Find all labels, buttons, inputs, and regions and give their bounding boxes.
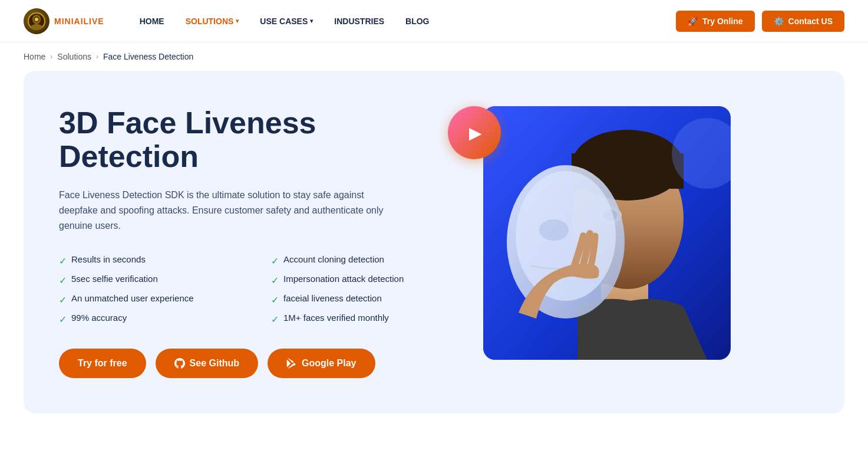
list-item: ✓ Account cloning detection xyxy=(271,254,460,267)
hero-image-area: ▶ xyxy=(483,106,731,360)
list-item: ✓ 5sec selfie verification xyxy=(59,274,247,286)
check-icon: ✓ xyxy=(59,275,67,286)
breadcrumb: Home › Solutions › Face Liveness Detecti… xyxy=(0,42,868,71)
hero-card: 3D Face Liveness Detection Face Liveness… xyxy=(24,71,844,413)
features-grid: ✓ Results in seconds ✓ Account cloning d… xyxy=(59,254,460,325)
try-free-button[interactable]: Try for free xyxy=(59,349,146,378)
google-play-icon xyxy=(286,358,297,369)
check-icon: ✓ xyxy=(59,294,67,306)
github-icon xyxy=(174,358,185,369)
hero-image xyxy=(483,106,731,360)
breadcrumb-current: Face Liveness Detection xyxy=(103,52,193,61)
svg-point-4 xyxy=(35,18,38,21)
list-item: ✓ Impersonation attack detection xyxy=(271,274,460,286)
nav-solutions[interactable]: SOLUTIONS ▾ xyxy=(186,17,239,26)
use-cases-dropdown-icon: ▾ xyxy=(310,18,313,24)
check-icon: ✓ xyxy=(59,314,67,325)
svg-point-16 xyxy=(539,219,569,241)
nav-blog[interactable]: BLOG xyxy=(405,17,429,26)
logo[interactable]: MINIAILIVE xyxy=(24,8,104,34)
page-description: Face Liveness Detection SDK is the ultim… xyxy=(59,188,389,233)
list-item: ✓ faceial liveness detection xyxy=(271,293,460,306)
google-play-button[interactable]: Google Play xyxy=(268,349,375,378)
logo-text: MINIAILIVE xyxy=(54,17,104,26)
nav-home[interactable]: HOME xyxy=(140,17,164,26)
list-item: ✓ An unmatched user experience xyxy=(59,293,247,306)
main-nav: HOME SOLUTIONS ▾ USE CASES ▾ INDUSTRIES … xyxy=(140,17,676,26)
breadcrumb-solutions[interactable]: Solutions xyxy=(57,52,91,61)
rocket-icon: 🚀 xyxy=(688,17,698,26)
check-icon: ✓ xyxy=(271,314,279,325)
cta-buttons: Try for free See Github Google Play xyxy=(59,349,460,378)
github-button[interactable]: See Github xyxy=(156,349,258,378)
nav-industries[interactable]: INDUSTRIES xyxy=(334,17,384,26)
check-icon: ✓ xyxy=(271,294,279,306)
list-item: ✓ 1M+ faces verified monthly xyxy=(271,313,460,325)
breadcrumb-sep-1: › xyxy=(50,52,52,61)
contact-us-button[interactable]: ⚙️ Contact US xyxy=(762,11,844,32)
list-item: ✓ Results in seconds xyxy=(59,254,247,267)
check-icon: ✓ xyxy=(271,275,279,286)
page-title: 3D Face Liveness Detection xyxy=(59,106,460,173)
check-icon: ✓ xyxy=(271,255,279,267)
solutions-dropdown-icon: ▾ xyxy=(236,18,239,24)
try-online-button[interactable]: 🚀 Try Online xyxy=(676,11,754,32)
play-button[interactable]: ▶ xyxy=(448,106,501,159)
check-icon: ✓ xyxy=(59,255,67,267)
play-icon: ▶ xyxy=(469,123,482,143)
breadcrumb-sep-2: › xyxy=(96,52,98,61)
list-item: ✓ 99% accuracy xyxy=(59,313,247,325)
nav-use-cases[interactable]: USE CASES ▾ xyxy=(260,17,313,26)
settings-icon: ⚙️ xyxy=(774,17,784,26)
hero-content-left: 3D Face Liveness Detection Face Liveness… xyxy=(59,106,460,378)
header-actions: 🚀 Try Online ⚙️ Contact US xyxy=(676,11,844,32)
header: MINIAILIVE HOME SOLUTIONS ▾ USE CASES ▾ … xyxy=(0,0,868,42)
svg-point-2 xyxy=(31,24,42,30)
hero-scene-svg xyxy=(483,106,731,360)
logo-icon xyxy=(24,8,49,34)
breadcrumb-home[interactable]: Home xyxy=(24,52,45,61)
